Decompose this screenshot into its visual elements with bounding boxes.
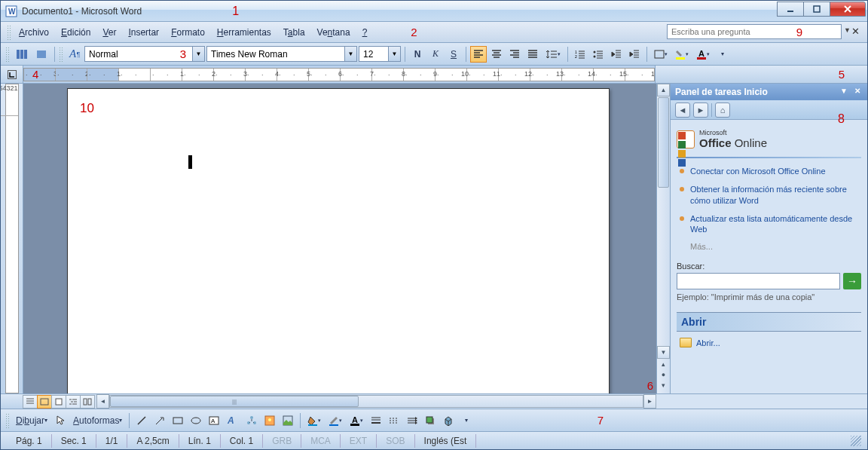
styles-pane-button[interactable]: A¶ bbox=[66, 46, 83, 63]
status-grb[interactable]: GRB bbox=[263, 434, 301, 448]
underline-button[interactable]: S bbox=[445, 46, 462, 63]
3d-button[interactable] bbox=[440, 412, 457, 429]
minimize-button[interactable] bbox=[777, 2, 804, 17]
toolbar-grip[interactable] bbox=[5, 47, 9, 62]
menu-ver[interactable]: Ver bbox=[96, 25, 122, 40]
horizontal-ruler[interactable]: ·3··2··1····1··2··3··4··5··6··7··8··9··1… bbox=[23, 68, 655, 81]
link-abrir[interactable]: Abrir... bbox=[680, 338, 858, 347]
status-sob[interactable]: SOB bbox=[377, 434, 414, 448]
fill-color-button[interactable]: ▾ bbox=[304, 412, 324, 429]
link-update-list[interactable]: Actualizar esta lista automáticamente de… bbox=[677, 213, 861, 235]
browse-object-button[interactable]: ● bbox=[657, 371, 670, 381]
shadow-button[interactable] bbox=[422, 412, 439, 429]
columns-button[interactable] bbox=[13, 46, 31, 63]
close-button[interactable] bbox=[830, 2, 866, 17]
toolbar-options-button[interactable]: ▾ bbox=[458, 412, 475, 429]
toolbar-grip[interactable] bbox=[59, 47, 63, 62]
help-search-input[interactable] bbox=[667, 24, 842, 39]
menu-archivo[interactable]: Archivo bbox=[13, 25, 55, 40]
font-color-button[interactable]: A▾ bbox=[693, 46, 713, 63]
nav-home-button[interactable]: ⌂ bbox=[715, 103, 730, 118]
scroll-right-button[interactable]: ► bbox=[643, 394, 656, 409]
fontsize-combo[interactable]: 12 ▼ bbox=[359, 46, 401, 62]
arrow-style-button[interactable] bbox=[404, 412, 420, 429]
status-ext[interactable]: EXT bbox=[341, 434, 377, 448]
numbered-list-button[interactable]: 12 bbox=[572, 46, 588, 63]
chevron-down-icon[interactable]: ▼ bbox=[388, 47, 400, 61]
line-color-button[interactable]: ▾ bbox=[326, 412, 345, 429]
highlight-button[interactable] bbox=[32, 46, 50, 63]
align-justify-button[interactable] bbox=[524, 46, 541, 63]
select-objects-button[interactable] bbox=[52, 412, 69, 429]
nav-forward-button[interactable]: ► bbox=[693, 103, 708, 118]
menu-insertar[interactable]: Insertar bbox=[122, 25, 165, 40]
nav-back-button[interactable]: ◄ bbox=[675, 103, 690, 118]
tab-selector[interactable] bbox=[1, 66, 23, 83]
textbox-tool-button[interactable]: A bbox=[206, 412, 222, 429]
view-reading-button[interactable] bbox=[80, 395, 95, 409]
vertical-ruler[interactable]: 12345678910 bbox=[1, 84, 23, 393]
align-left-button[interactable] bbox=[470, 46, 487, 63]
scroll-thumb[interactable] bbox=[658, 97, 669, 188]
diagram-button[interactable] bbox=[243, 412, 260, 429]
menu-edicion[interactable]: Edición bbox=[55, 25, 96, 40]
menu-herramientas[interactable]: Herramientas bbox=[211, 25, 277, 40]
chevron-down-icon[interactable]: ▼ bbox=[344, 47, 356, 61]
menu-tabla[interactable]: Tabla bbox=[277, 25, 311, 40]
view-weblayout-button[interactable] bbox=[37, 395, 52, 409]
draw-menu-button[interactable]: Dibujar▾ bbox=[13, 412, 50, 429]
arrow-tool-button[interactable] bbox=[151, 412, 168, 429]
font-combo[interactable]: Times New Roman ▼ bbox=[206, 46, 357, 62]
menu-ventana[interactable]: Ventana bbox=[311, 25, 356, 40]
taskpane-search-input[interactable] bbox=[677, 273, 840, 289]
taskpane-menu-button[interactable]: ▼ bbox=[839, 87, 849, 97]
taskpane-search-go-button[interactable]: → bbox=[843, 273, 861, 289]
clipart-button[interactable] bbox=[261, 412, 278, 429]
line-style-button[interactable] bbox=[368, 412, 384, 429]
view-normal-button[interactable] bbox=[23, 395, 38, 409]
horizontal-scrollbar[interactable]: ◄ ||| ► bbox=[96, 394, 656, 409]
chevron-down-icon[interactable]: ▼ bbox=[192, 47, 204, 61]
doc-close-button[interactable]: ✕ bbox=[849, 26, 861, 38]
insert-picture-button[interactable] bbox=[280, 412, 296, 429]
toolbar-grip[interactable] bbox=[7, 25, 11, 40]
menu-formato[interactable]: Formato bbox=[165, 25, 211, 40]
italic-button[interactable]: K bbox=[427, 46, 444, 63]
vertical-scrollbar[interactable]: ▲ ▼ ▴ ● ▾ bbox=[656, 84, 670, 393]
link-connect-office[interactable]: Conectar con Microsoft Office Online bbox=[677, 166, 861, 176]
view-printlayout-button[interactable] bbox=[51, 395, 66, 409]
increase-indent-button[interactable] bbox=[626, 46, 643, 63]
autoshapes-button[interactable]: Autoformas▾ bbox=[70, 412, 125, 429]
hscroll-thumb[interactable]: ||| bbox=[110, 396, 359, 407]
maximize-button[interactable] bbox=[803, 2, 830, 17]
menu-ayuda[interactable]: ? bbox=[356, 25, 374, 40]
next-page-button[interactable]: ▾ bbox=[657, 381, 670, 392]
font-color-button-draw[interactable]: A▾ bbox=[347, 412, 366, 429]
style-combo[interactable]: Normal 3 ▼ bbox=[84, 46, 205, 62]
scroll-up-button[interactable]: ▲ bbox=[657, 84, 670, 96]
line-spacing-button[interactable]: ▾ bbox=[542, 46, 564, 63]
document-area[interactable]: 10 6 bbox=[23, 84, 656, 393]
status-language[interactable]: Inglés (Est bbox=[415, 434, 477, 448]
oval-tool-button[interactable] bbox=[188, 412, 204, 429]
bold-button[interactable]: N bbox=[409, 46, 426, 63]
prev-page-button[interactable]: ▴ bbox=[657, 360, 670, 371]
link-get-info[interactable]: Obtener la información más reciente sobr… bbox=[677, 184, 861, 206]
wordart-button[interactable]: A bbox=[224, 412, 242, 429]
toolbar-grip[interactable] bbox=[5, 413, 9, 428]
taskpane-close-button[interactable]: ✕ bbox=[852, 87, 863, 97]
decrease-indent-button[interactable] bbox=[608, 46, 625, 63]
scroll-left-button[interactable]: ◄ bbox=[96, 394, 109, 409]
toolbar-options-button[interactable]: ▾ bbox=[714, 46, 731, 63]
scroll-down-button[interactable]: ▼ bbox=[657, 346, 670, 359]
link-more[interactable]: Más... bbox=[690, 242, 861, 251]
align-center-button[interactable] bbox=[488, 46, 505, 63]
resize-grip[interactable] bbox=[851, 436, 861, 446]
document-page[interactable]: 10 bbox=[67, 88, 610, 393]
dash-style-button[interactable] bbox=[386, 412, 402, 429]
status-mca[interactable]: MCA bbox=[301, 434, 341, 448]
borders-button[interactable]: ▾ bbox=[651, 46, 671, 63]
rectangle-tool-button[interactable] bbox=[170, 412, 186, 429]
align-right-button[interactable] bbox=[506, 46, 523, 63]
highlight-color-button[interactable]: ▾ bbox=[672, 46, 692, 63]
